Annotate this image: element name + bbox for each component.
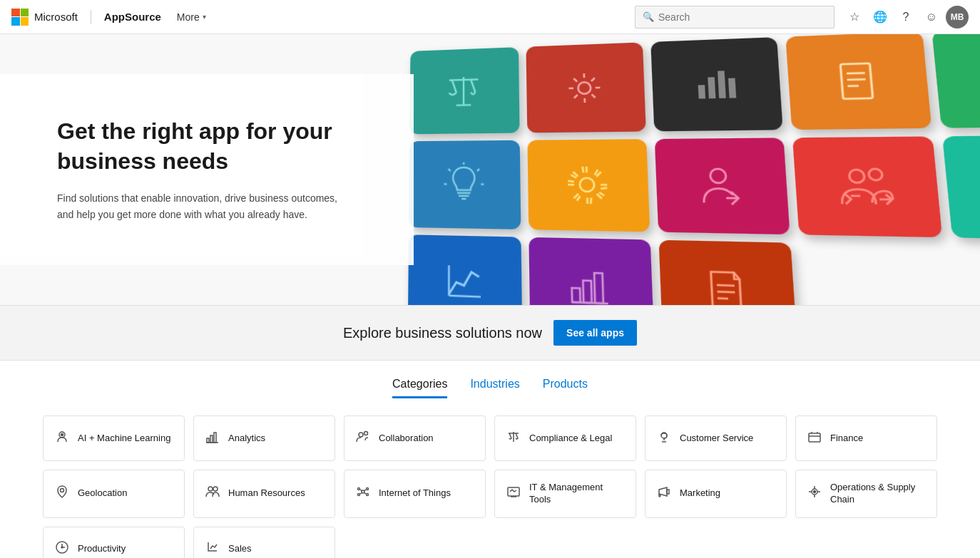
appsource-name: AppSource [104, 11, 161, 23]
svg-point-60 [61, 489, 64, 492]
category-card-human-resources[interactable]: Human Resources [193, 470, 335, 518]
svg-point-65 [367, 488, 369, 490]
category-label: Marketing [680, 487, 720, 500]
category-card-marketing[interactable]: Marketing [645, 470, 787, 518]
category-card-finance[interactable]: Finance [795, 415, 937, 461]
category-card-compliance-legal[interactable]: Compliance & Legal [494, 415, 636, 461]
svg-rect-37 [583, 281, 591, 304]
tile-bulb-blue [409, 140, 521, 229]
search-box[interactable]: 🔍 [635, 6, 834, 29]
svg-rect-46 [210, 435, 213, 443]
category-icon [204, 430, 221, 448]
svg-point-44 [61, 433, 63, 435]
category-card-analytics[interactable]: Analytics [193, 415, 335, 461]
category-icon [53, 430, 71, 448]
svg-rect-56 [809, 433, 820, 442]
svg-point-26 [849, 170, 865, 182]
tile-legal [409, 47, 519, 134]
svg-point-24 [710, 169, 726, 183]
svg-line-69 [364, 490, 366, 491]
nav-icons: ☆ 🌐 ? ☺ MB [843, 6, 969, 29]
explore-text: Explore business solutions now [343, 325, 542, 341]
tile-document-orange [785, 34, 931, 130]
hero-image [394, 34, 980, 305]
svg-line-1 [449, 79, 479, 80]
category-card-collaboration[interactable]: Collaboration [344, 415, 486, 461]
category-card-operations-supply-chain[interactable]: Operations & Supply Chain [795, 470, 937, 518]
brand-name: Microsoft [34, 11, 78, 23]
category-label: Customer Service [680, 433, 753, 445]
category-icon [505, 485, 522, 502]
categories-grid: AI + Machine LearningAnalyticsCollaborat… [43, 415, 937, 558]
category-card-ai-machine-learning[interactable]: AI + Machine Learning [43, 415, 185, 461]
smiley-icon[interactable]: ☺ [920, 6, 943, 29]
hero-section: Get the right app for your business need… [0, 34, 980, 305]
svg-point-49 [359, 433, 363, 437]
svg-line-71 [364, 492, 366, 494]
hero-title: Get the right app for your business need… [57, 117, 357, 176]
svg-point-50 [364, 431, 368, 435]
tile-teal-green [942, 135, 980, 240]
svg-rect-75 [667, 490, 669, 494]
svg-point-23 [579, 177, 594, 191]
avatar[interactable]: MB [946, 6, 969, 29]
category-icon [655, 485, 673, 502]
svg-line-68 [360, 490, 362, 491]
microsoft-logo [11, 9, 29, 26]
logo-area: Microsoft AppSource [11, 9, 161, 26]
category-card-productivity[interactable]: Productivity [43, 527, 185, 558]
category-icon [806, 430, 823, 448]
category-label: Internet of Things [379, 487, 451, 500]
svg-rect-36 [572, 288, 581, 302]
svg-line-42 [718, 299, 728, 299]
hero-subtitle: Find solutions that enable innovation, d… [57, 190, 357, 222]
more-menu[interactable]: More ▾ [173, 9, 210, 26]
category-icon [655, 430, 673, 448]
svg-point-78 [814, 491, 816, 493]
explore-bar: Explore business solutions now See all a… [0, 305, 980, 361]
category-label: Analytics [228, 433, 265, 445]
tab-categories[interactable]: Categories [392, 378, 447, 398]
globe-icon[interactable]: 🌐 [869, 6, 892, 29]
search-icon: 🔍 [643, 11, 654, 22]
hero-text-area: Get the right app for your business need… [0, 74, 414, 265]
svg-rect-10 [840, 63, 872, 99]
category-icon [204, 540, 221, 558]
svg-line-35 [449, 296, 481, 297]
svg-point-62 [213, 487, 218, 491]
svg-rect-9 [728, 78, 736, 98]
svg-line-19 [449, 169, 451, 171]
category-card-internet-of-things[interactable]: Internet of Things [344, 470, 486, 518]
category-icon [204, 485, 221, 502]
see-all-button[interactable]: See all apps [553, 320, 637, 346]
category-label: Operations & Supply Chain [830, 482, 927, 506]
category-icon [806, 485, 823, 502]
search-input[interactable] [658, 11, 815, 23]
category-label: Collaboration [379, 433, 434, 445]
category-card-sales[interactable]: Sales [193, 527, 335, 558]
category-card-geolocation[interactable]: Geolocation [43, 470, 185, 518]
tabs-container: CategoriesIndustriesProducts [0, 361, 980, 398]
tab-industries[interactable]: Industries [470, 378, 519, 398]
category-label: Sales [228, 543, 252, 555]
tile-analytics-dark [650, 37, 782, 131]
svg-rect-45 [207, 438, 209, 443]
category-icon [354, 430, 372, 448]
category-card-customer-service[interactable]: Customer Service [645, 415, 787, 461]
category-icon [354, 485, 372, 502]
chevron-down-icon: ▾ [203, 13, 206, 21]
category-card-it-management-tools[interactable]: IT & Management Tools [494, 470, 636, 518]
tile-redorange [659, 240, 797, 305]
category-label: Geolocation [78, 487, 127, 500]
svg-point-64 [358, 488, 360, 490]
svg-point-5 [578, 82, 591, 94]
svg-rect-8 [718, 71, 726, 98]
svg-point-27 [869, 169, 883, 180]
help-icon[interactable]: ? [894, 6, 917, 29]
svg-point-66 [358, 494, 360, 496]
favorite-icon[interactable]: ☆ [843, 6, 866, 29]
category-icon [53, 485, 71, 502]
tab-products[interactable]: Products [543, 378, 588, 398]
svg-line-20 [477, 169, 479, 171]
svg-line-12 [847, 79, 866, 80]
